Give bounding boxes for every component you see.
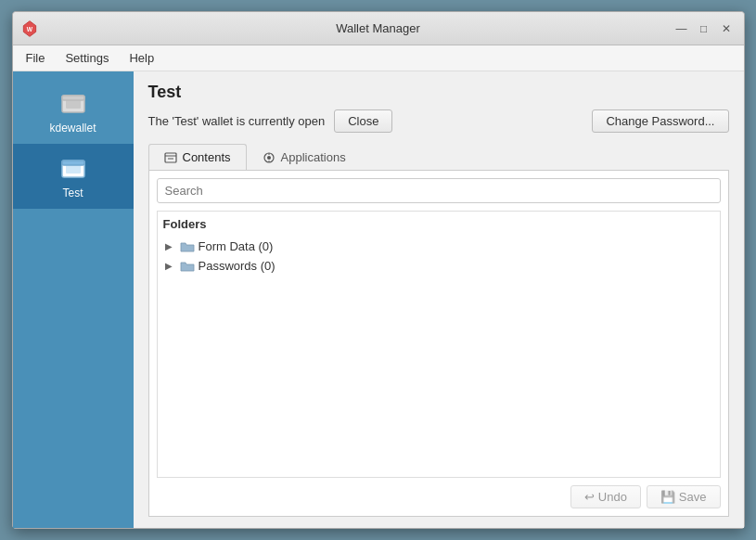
- kdewallet-label: kdewallet: [49, 122, 96, 135]
- save-button[interactable]: 💾Save: [647, 485, 721, 508]
- minimize-button[interactable]: —: [672, 19, 692, 39]
- folders-section: Folders ▶ Form Data (0) ▶: [157, 211, 721, 478]
- menu-settings[interactable]: Settings: [56, 48, 118, 68]
- tab-applications[interactable]: Applications: [247, 144, 362, 170]
- window-close-button[interactable]: ✕: [716, 19, 737, 39]
- page-title: Test: [148, 83, 729, 102]
- title-bar-left: W: [20, 19, 39, 38]
- window-title: Wallet Manager: [336, 21, 420, 35]
- tab-contents[interactable]: Contents: [148, 144, 247, 170]
- tab-bar: Contents Applications: [148, 144, 729, 171]
- tab-content-wrapper: Folders ▶ Form Data (0) ▶: [157, 178, 721, 478]
- sidebar: kdewallet Test: [13, 71, 134, 528]
- folder-label-formdata: Form Data (0): [199, 239, 274, 253]
- chevron-right-icon-passwords: ▶: [165, 261, 176, 271]
- svg-rect-7: [62, 161, 84, 165]
- undo-icon: ↩: [584, 490, 595, 504]
- title-controls: — □ ✕: [672, 19, 737, 39]
- test-label: Test: [62, 186, 83, 199]
- wallet-status-text: The 'Test' wallet is currently open: [148, 114, 326, 128]
- menu-help[interactable]: Help: [120, 48, 163, 68]
- tab-applications-label: Applications: [281, 150, 346, 164]
- action-bar: ↩Undo 💾Save: [157, 478, 721, 508]
- folder-icon-formdata: [180, 240, 195, 253]
- save-icon: 💾: [660, 490, 675, 504]
- svg-rect-8: [165, 153, 176, 162]
- kdewallet-icon: [58, 88, 88, 118]
- app-icon: W: [20, 19, 39, 38]
- title-bar: W Wallet Manager — □ ✕: [13, 12, 744, 45]
- folder-item-passwords[interactable]: ▶ Passwords (0): [163, 256, 714, 276]
- applications-tab-icon: [263, 151, 275, 164]
- menu-file[interactable]: File: [17, 48, 55, 68]
- search-input[interactable]: [157, 178, 721, 203]
- menu-bar: File Settings Help: [13, 45, 744, 71]
- change-password-button[interactable]: Change Password...: [592, 109, 728, 133]
- svg-text:W: W: [26, 25, 32, 32]
- wallet-status-bar: The 'Test' wallet is currently open Clos…: [148, 109, 729, 133]
- tab-contents-label: Contents: [183, 150, 231, 164]
- undo-button[interactable]: ↩Undo: [570, 485, 641, 508]
- folder-item-formdata[interactable]: ▶ Form Data (0): [163, 237, 714, 256]
- main-window: W Wallet Manager — □ ✕ File Settings Hel…: [12, 11, 745, 529]
- sidebar-item-test[interactable]: Test: [13, 144, 134, 209]
- folder-icon-passwords: [180, 260, 195, 273]
- tab-content-area: Folders ▶ Form Data (0) ▶: [148, 171, 729, 517]
- contents-tab-icon: [164, 151, 177, 164]
- test-icon: [58, 153, 88, 183]
- folders-header: Folders: [163, 217, 714, 231]
- folder-label-passwords: Passwords (0): [199, 259, 275, 273]
- close-wallet-button[interactable]: Close: [334, 109, 392, 133]
- sidebar-item-kdewallet[interactable]: kdewallet: [13, 79, 134, 144]
- svg-rect-4: [62, 96, 84, 100]
- main-panel: Test The 'Test' wallet is currently open…: [134, 71, 744, 528]
- chevron-right-icon-formdata: ▶: [165, 241, 176, 251]
- wallet-status-left: The 'Test' wallet is currently open Clos…: [148, 109, 393, 133]
- maximize-button[interactable]: □: [694, 19, 714, 39]
- svg-point-12: [267, 156, 271, 160]
- content-area: kdewallet Test Test The 'Test' wallet is…: [13, 71, 744, 528]
